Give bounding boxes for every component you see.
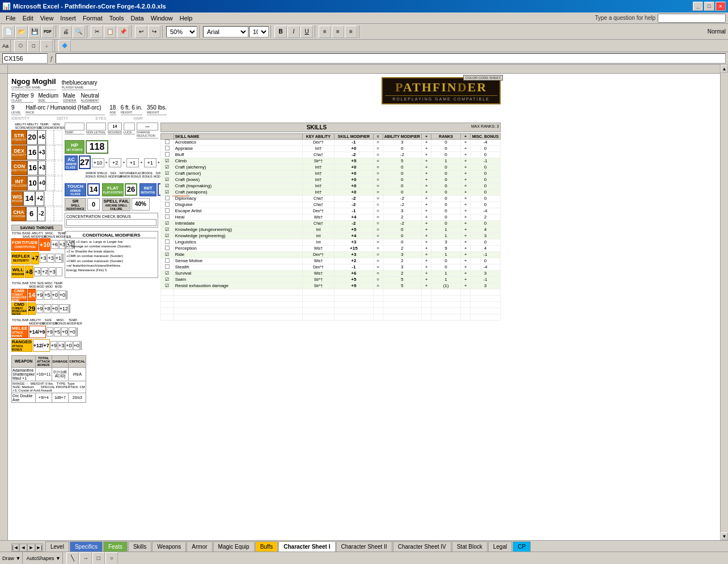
minimize-btn[interactable]: _ bbox=[693, 2, 703, 11]
align-right-btn[interactable]: ≡ bbox=[345, 26, 357, 38]
tab-specifics[interactable]: Specifics bbox=[70, 541, 103, 552]
undo-btn[interactable]: ↩ bbox=[135, 26, 147, 38]
menu-insert[interactable]: Insert bbox=[57, 14, 79, 23]
tab-char-sheet-4[interactable]: Character Sheet IV bbox=[393, 541, 451, 552]
save-btn[interactable]: 💾 bbox=[28, 26, 41, 38]
draw-btn1[interactable]: ⬡ bbox=[14, 40, 27, 52]
tab-first-btn[interactable]: |◄ bbox=[11, 544, 19, 552]
skill-name-18: Ride bbox=[173, 251, 302, 258]
paste-btn[interactable]: 📌 bbox=[117, 26, 129, 38]
gender-label: GENDER bbox=[63, 99, 77, 103]
cmb-row: CMB COMBAT MANEUVER BONU 14 +9 +5 +0 +0 bbox=[11, 289, 62, 301]
formula-input[interactable] bbox=[56, 53, 726, 64]
help-input[interactable] bbox=[658, 14, 726, 23]
con-row: CON CONSTITUTION 16 +3 bbox=[11, 161, 62, 175]
menu-data[interactable]: Data bbox=[127, 14, 147, 23]
tab-weapons[interactable]: Weapons bbox=[152, 541, 186, 552]
scroll-down-btn[interactable]: ▼ bbox=[721, 532, 728, 540]
arrow-tool[interactable]: → bbox=[79, 552, 92, 565]
menu-help[interactable]: Help bbox=[176, 14, 196, 23]
toolbar-1: 📄 📂 💾 PDF 🖨 🔍 ✂ 📋 📌 ↩ ↪ 50% 75% 100% Ari… bbox=[0, 24, 728, 40]
align-center-btn[interactable]: ≡ bbox=[332, 26, 344, 38]
cmd-size: +0 bbox=[52, 304, 58, 313]
align-left-btn[interactable]: ≡ bbox=[319, 26, 331, 38]
zoom-select[interactable]: 50% 75% 100% bbox=[166, 26, 197, 37]
menu-format[interactable]: Format bbox=[79, 14, 106, 23]
open-btn[interactable]: 📂 bbox=[15, 26, 28, 38]
spreadsheet-scroll[interactable]: COLOR CODE SHEET Ngog Moghil CHARACTER N… bbox=[8, 74, 720, 540]
skill-misc-1: 0 bbox=[471, 145, 501, 151]
preview-btn[interactable]: 🔍 bbox=[73, 26, 85, 38]
skill-name-0: Acrobatics bbox=[173, 139, 302, 145]
menu-file[interactable]: File bbox=[2, 14, 19, 23]
skill-misc-3: -1 bbox=[471, 158, 501, 164]
underline-btn[interactable]: U bbox=[300, 26, 313, 38]
name-box[interactable]: CX156 bbox=[2, 53, 48, 64]
concentration-value bbox=[66, 219, 156, 226]
skill-abilmod-19: 2 bbox=[383, 258, 422, 264]
skill-abilmod-9: -2 bbox=[383, 195, 422, 201]
tab-cp[interactable]: CP bbox=[513, 541, 531, 552]
tab-skills[interactable]: Skills bbox=[128, 541, 151, 552]
tab-last-btn[interactable]: ►| bbox=[35, 544, 43, 552]
menu-view[interactable]: View bbox=[37, 14, 57, 23]
skill-total-2: -2 bbox=[335, 151, 374, 158]
close-btn[interactable]: × bbox=[716, 2, 726, 11]
draw-btn4[interactable]: 🔷 bbox=[58, 40, 71, 52]
function-icon: ƒ bbox=[50, 55, 53, 62]
tab-prev-btn[interactable]: ◄ bbox=[19, 544, 27, 552]
tab-level[interactable]: Level bbox=[45, 541, 69, 552]
menu-window[interactable]: Window bbox=[147, 14, 176, 23]
pdf-btn[interactable]: PDF bbox=[41, 26, 54, 38]
skill-misc-12: 2 bbox=[471, 214, 501, 220]
font-select[interactable]: Arial bbox=[203, 26, 248, 37]
new-btn[interactable]: 📄 bbox=[2, 26, 15, 38]
app-icon: 📊 bbox=[2, 2, 11, 10]
melee-bab: +9 bbox=[46, 327, 53, 336]
logo-title: PATHFINDER bbox=[385, 81, 497, 94]
italic-btn[interactable]: I bbox=[287, 26, 300, 38]
print-btn[interactable]: 🖨 bbox=[60, 26, 72, 38]
fortitude-row: FORTITUDE CONSTITUTION +10 +6 +3 +1 bbox=[11, 238, 62, 251]
tab-stat-block[interactable]: Stat Block bbox=[452, 541, 488, 552]
right-scrollbar[interactable]: ▲ ▼ bbox=[720, 65, 728, 540]
tab-char-sheet-2[interactable]: Character Sheet II bbox=[336, 541, 392, 552]
tab-char-sheet-1[interactable]: Character Sheet I bbox=[278, 541, 335, 552]
skill-total-6: +0 bbox=[335, 176, 374, 183]
draw-btn3[interactable]: ⟂ bbox=[40, 40, 53, 52]
skill-class-checkbox-14: ☑ bbox=[161, 226, 174, 233]
oval-tool[interactable]: ○ bbox=[105, 552, 118, 565]
skill-abilmod-3: 5 bbox=[383, 158, 422, 164]
copy-btn[interactable]: 📋 bbox=[104, 26, 116, 38]
cut-btn[interactable]: ✂ bbox=[91, 26, 103, 38]
wis-temp bbox=[44, 191, 53, 206]
skill-total-4: +0 bbox=[335, 164, 374, 170]
skill-name-11: Escape Artist bbox=[173, 208, 302, 214]
tab-next-btn[interactable]: ► bbox=[27, 544, 35, 552]
maximize-btn[interactable]: □ bbox=[704, 2, 714, 11]
menu-edit[interactable]: Edit bbox=[19, 14, 37, 23]
skill-class-checkbox-15: ☑ bbox=[161, 233, 174, 239]
tab-feats[interactable]: Feats bbox=[103, 541, 128, 552]
tab-buffs[interactable]: Buffs bbox=[255, 541, 278, 552]
line-tool[interactable]: ╲ bbox=[66, 552, 79, 565]
tab-legal[interactable]: Legal bbox=[488, 541, 512, 552]
skill-ranks-22: 1 bbox=[431, 276, 460, 283]
rect-tool[interactable]: □ bbox=[92, 552, 105, 565]
scroll-up-btn[interactable]: ▲ bbox=[721, 65, 728, 73]
tab-magic-equip[interactable]: Magic Equip bbox=[213, 541, 255, 552]
redo-btn[interactable]: ↪ bbox=[148, 26, 160, 38]
bold-btn[interactable]: B bbox=[274, 26, 287, 38]
menu-tools[interactable]: Tools bbox=[106, 14, 128, 23]
skill-ranks-19: 0 bbox=[431, 258, 460, 264]
skill-ranks-7: 0 bbox=[431, 183, 460, 189]
skill-name-20: Stealth bbox=[173, 264, 302, 270]
col-header bbox=[8, 65, 720, 74]
sheet-tabs: |◄ ◄ ► ►| Level Specifics Feats Skills W… bbox=[0, 540, 728, 552]
draw-btn2[interactable]: ◻ bbox=[27, 40, 40, 52]
reflex-row: REFLEX DEXTERITY +7 +3 +3 +1 bbox=[11, 252, 62, 264]
skill-ability-13: Cha† bbox=[302, 220, 334, 226]
font-size-select[interactable]: 10 bbox=[249, 26, 269, 37]
tab-armor[interactable]: Armor bbox=[187, 541, 212, 552]
will-total: +8 bbox=[25, 266, 33, 278]
